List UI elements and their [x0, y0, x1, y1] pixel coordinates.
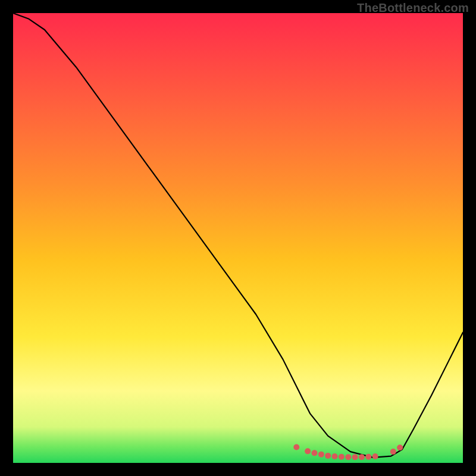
marker-dot: [352, 454, 358, 460]
marker-dot: [339, 454, 345, 460]
marker-dot: [332, 453, 338, 459]
plot-area: [13, 13, 463, 463]
marker-dot: [372, 453, 378, 459]
marker-dot: [318, 452, 324, 458]
marker-dot: [305, 448, 311, 454]
gradient-background: [13, 13, 463, 463]
marker-dot: [365, 454, 371, 460]
chart-frame: TheBottleneck.com: [0, 0, 476, 476]
marker-dot: [359, 454, 365, 460]
marker-dot: [312, 450, 318, 456]
marker-dot: [293, 444, 299, 450]
chart-svg: [13, 13, 463, 463]
marker-dot: [345, 454, 351, 460]
marker-dot: [390, 449, 396, 455]
marker-dot: [397, 444, 403, 450]
marker-dot: [325, 453, 331, 459]
